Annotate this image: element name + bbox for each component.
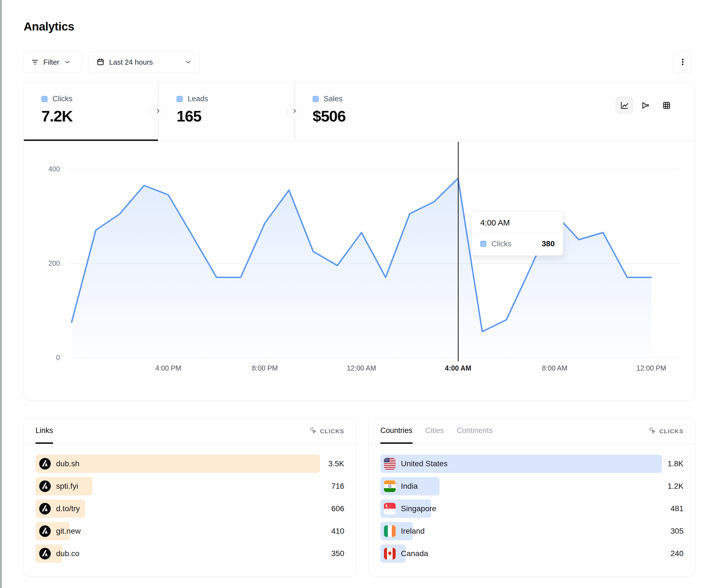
expand-leads-button[interactable] xyxy=(150,104,166,119)
links-metric-selector[interactable]: CLICKS xyxy=(309,427,344,436)
expand-sales-button[interactable] xyxy=(287,104,302,119)
row-label: spti.fyi xyxy=(56,477,78,495)
tab-countries[interactable]: Countries xyxy=(380,419,413,444)
x-axis-tick: 12:00 PM xyxy=(636,364,666,372)
stat-label: Sales xyxy=(324,95,343,103)
list-item[interactable]: git.new 410 xyxy=(36,522,344,540)
row-value: 350 xyxy=(331,549,344,558)
stat-tab-clicks[interactable]: Clicks 7.2K xyxy=(24,82,158,141)
row-value: 481 xyxy=(670,504,684,513)
list-item[interactable]: United States 1.8K xyxy=(380,455,684,473)
metric-label: CLICKS xyxy=(320,428,344,435)
clicks-area-chart[interactable]: 4002000 4:00 PM8:00 PM12:00 AM4:00 AM8:0… xyxy=(24,141,694,400)
row-value: 1.8K xyxy=(667,459,684,468)
table-grid-icon[interactable] xyxy=(658,97,675,114)
tab-continents[interactable]: Continents xyxy=(457,419,493,444)
list-item[interactable]: India 1.2K xyxy=(380,477,684,495)
sales-legend-swatch xyxy=(313,96,319,102)
cursor-click-icon xyxy=(649,427,656,436)
chart-tooltip: 4:00 AM Clicks 380 xyxy=(472,211,563,256)
list-item[interactable]: Ireland 305 xyxy=(380,522,684,540)
dub-logo-icon xyxy=(39,503,51,515)
chevron-right-icon xyxy=(154,107,161,116)
row-label: Canada xyxy=(401,544,428,563)
dub-logo-icon xyxy=(39,548,51,560)
row-label: dub.sh xyxy=(56,455,80,473)
list-item[interactable]: dub.sh 3.5K xyxy=(36,455,344,473)
page-title: Analytics xyxy=(24,20,74,33)
stat-value: 165 xyxy=(177,107,295,125)
line-chart-icon[interactable] xyxy=(616,97,633,114)
stat-value: 7.2K xyxy=(41,107,158,125)
analytics-page: Analytics Filter Last 24 hours xyxy=(0,0,711,588)
stat-value: $506 xyxy=(313,107,433,125)
tooltip-time: 4:00 AM xyxy=(472,212,563,233)
countries-metric-selector[interactable]: CLICKS xyxy=(649,427,684,436)
x-axis-tick: 4:00 PM xyxy=(155,364,181,372)
date-range-label: Last 24 hours xyxy=(109,58,153,67)
list-item[interactable]: Singapore 481 xyxy=(380,499,684,518)
metric-label: CLICKS xyxy=(659,428,684,435)
chevron-down-icon xyxy=(64,58,71,67)
stat-label: Leads xyxy=(188,95,208,103)
row-value: 1.2K xyxy=(667,482,684,491)
tooltip-series-label: Clicks xyxy=(491,240,511,248)
x-axis-tick: 12:00 AM xyxy=(347,364,376,372)
list-item[interactable]: Canada 240 xyxy=(380,544,684,563)
countries-panel-header: Countries Cities Continents CLICKS xyxy=(369,419,695,444)
list-item[interactable]: d.to/try 606 xyxy=(36,499,344,518)
filter-button-label: Filter xyxy=(43,58,59,67)
tab-cities[interactable]: Cities xyxy=(425,419,444,444)
list-item[interactable]: spti.fyi 716 xyxy=(36,477,344,495)
flag-sg-icon xyxy=(384,503,395,515)
flag-ie-icon xyxy=(384,525,395,537)
stat-tab-sales[interactable]: Sales $506 xyxy=(295,82,433,141)
funnel-chart-icon[interactable] xyxy=(637,97,654,114)
kebab-menu-icon xyxy=(678,58,687,67)
clicks-legend-swatch xyxy=(480,241,487,247)
countries-rows: United States 1.8K India 1.2K Singapore … xyxy=(369,444,695,563)
row-value: 410 xyxy=(331,527,344,536)
tab-links[interactable]: Links xyxy=(36,419,53,444)
stat-label: Clicks xyxy=(52,95,72,103)
window-edge-strip xyxy=(1,0,1,588)
area-series xyxy=(24,141,694,400)
links-panel-header: Links CLICKS xyxy=(24,419,356,444)
clicks-legend-swatch xyxy=(41,96,47,102)
dub-logo-icon xyxy=(39,525,51,537)
x-axis-tick: 8:00 PM xyxy=(252,364,278,372)
row-label: dub.co xyxy=(56,544,80,563)
row-label: United States xyxy=(401,455,448,473)
row-value: 606 xyxy=(331,504,344,513)
row-value: 716 xyxy=(331,482,344,491)
tooltip-value: 380 xyxy=(542,239,555,248)
stat-tab-leads[interactable]: Leads 165 xyxy=(158,82,295,141)
row-label: Singapore xyxy=(401,499,436,518)
flag-us-icon xyxy=(384,458,395,470)
cursor-click-icon xyxy=(309,427,317,436)
date-range-button[interactable]: Last 24 hours xyxy=(89,51,199,73)
flag-in-icon xyxy=(384,480,395,492)
row-value: 3.5K xyxy=(328,459,344,468)
calendar-icon xyxy=(96,58,105,67)
chart-hover-line xyxy=(458,142,459,361)
flag-ca-icon xyxy=(384,548,395,560)
list-item[interactable]: dub.co 350 xyxy=(36,544,344,563)
controls-row: Filter Last 24 hours xyxy=(24,51,695,73)
x-axis-tick: 8:00 AM xyxy=(542,364,567,372)
analytics-panel: Clicks 7.2K Leads 165 Sales $506 xyxy=(24,82,695,401)
chevron-down-icon xyxy=(185,58,192,67)
filter-lines-icon xyxy=(31,58,39,67)
more-options-button[interactable] xyxy=(673,51,692,73)
row-label: d.to/try xyxy=(56,499,80,518)
countries-panel: Countries Cities Continents CLICKS Unite… xyxy=(368,418,695,576)
row-label: India xyxy=(401,477,418,495)
x-axis-tick: 4:00 AM xyxy=(445,364,471,372)
chart-kind-toggle-group xyxy=(616,97,675,114)
row-value: 240 xyxy=(670,549,684,558)
dub-logo-icon xyxy=(39,480,51,492)
chevron-right-icon xyxy=(291,107,298,116)
row-label: Ireland xyxy=(401,522,425,540)
filter-button[interactable]: Filter xyxy=(24,51,82,73)
leads-legend-swatch xyxy=(177,96,183,102)
